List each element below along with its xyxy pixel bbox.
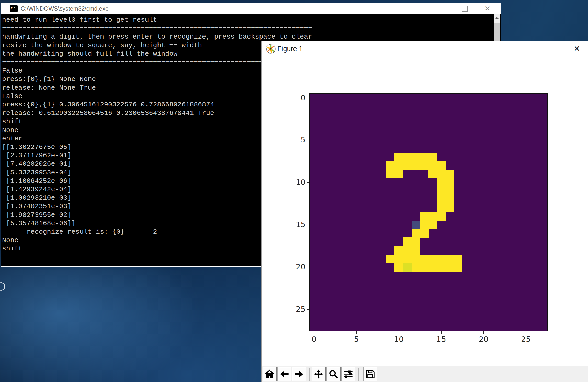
digit-stroke-cells (394, 246, 420, 255)
y-axis-tick-mark (307, 182, 309, 183)
figure-close-button[interactable]: ✕ (566, 41, 588, 56)
figure-minimize-button[interactable] (519, 41, 542, 56)
digit-stroke-cells (437, 178, 454, 187)
minimize-icon (527, 49, 534, 49)
digit-stroke-cells (437, 195, 454, 204)
digit-stroke-cells (437, 187, 454, 196)
sliders-icon (343, 369, 353, 379)
magnifier-icon (328, 369, 338, 379)
x-axis-tick-label: 15 (431, 335, 451, 344)
maximize-icon (462, 6, 468, 12)
toolbar-home-button[interactable] (263, 367, 277, 381)
toolbar-zoom-button[interactable] (326, 367, 341, 381)
x-axis-tick-mark (399, 331, 399, 334)
figure-titlebar[interactable]: Figure 1 ✕ (262, 41, 588, 56)
digit-mid-blue-cell (412, 221, 420, 229)
digit-stroke-cells (386, 170, 403, 178)
x-axis-tick-label: 10 (389, 335, 409, 344)
close-icon: ✕ (484, 4, 490, 13)
save-floppy-icon (365, 369, 375, 379)
y-axis-tick-label: 5 (288, 135, 306, 144)
digit-stroke-cells (437, 204, 454, 212)
close-icon: ✕ (574, 44, 580, 53)
x-axis-tick-label: 25 (516, 335, 536, 344)
digit-stroke-cells (420, 212, 446, 221)
minimize-icon (438, 9, 445, 9)
toolbar-separator (309, 368, 310, 381)
x-axis-tick-label: 20 (473, 335, 494, 344)
home-icon (264, 369, 275, 379)
cmd-titlebar[interactable]: C:\. C:\WINDOWS\system32\cmd.exe ✕ (1, 3, 501, 14)
pan-move-icon (313, 369, 324, 379)
x-axis-tick-label: 5 (346, 335, 367, 344)
cmd-close-button[interactable]: ✕ (477, 3, 500, 14)
x-axis-tick-mark (314, 331, 314, 334)
digit-stroke-cells (420, 221, 437, 229)
digit-stroke-cells (386, 255, 462, 263)
y-axis-tick-mark (307, 98, 309, 98)
desktop: { "cmd_window": { "title": "C:\\WINDOWS\… (0, 0, 588, 382)
digit-stroke-cells (394, 153, 437, 162)
x-axis-tick-mark (526, 331, 526, 334)
y-axis-tick-label: 15 (288, 220, 306, 229)
y-axis-tick-mark (307, 309, 309, 310)
y-axis-tick-label: 10 (288, 178, 306, 187)
y-axis-tick-label: 0 (288, 93, 306, 102)
cmd-minimize-button[interactable] (430, 3, 453, 14)
x-axis-tick-mark (356, 331, 357, 334)
digit-heatmap-plot (309, 93, 548, 331)
cmd-window-title: C:\WINDOWS\system32\cmd.exe (21, 5, 109, 12)
x-axis-tick-mark (441, 331, 442, 334)
scrollbar-thumb[interactable] (494, 23, 500, 41)
y-axis-tick-mark (307, 140, 309, 140)
x-axis-tick-label: 0 (304, 335, 324, 344)
toolbar-pan-button[interactable] (312, 367, 326, 381)
toolbar-forward-button[interactable] (292, 367, 306, 381)
toolbar-back-button[interactable] (277, 367, 291, 381)
cmd-icon: C:\. (10, 5, 18, 12)
digit-stroke-cells (412, 229, 429, 238)
y-axis-tick-mark (307, 267, 309, 267)
x-axis-tick-mark (483, 331, 484, 334)
digit-stroke-cells (403, 237, 420, 246)
toolbar-subplots-button[interactable] (341, 367, 355, 381)
arrow-left-icon (279, 369, 289, 379)
figure-window: Figure 1 ✕ 05101520250510152025 (261, 41, 588, 382)
digit-green-cell (403, 263, 412, 272)
figure-canvas: 05101520250510152025 (262, 56, 588, 366)
y-axis-tick-label: 25 (288, 305, 306, 314)
figure-maximize-button[interactable] (542, 41, 565, 56)
digit-stroke-cells (428, 170, 454, 178)
scrollbar-up-arrow-icon[interactable] (494, 14, 500, 21)
toolbar-save-button[interactable] (363, 367, 377, 381)
toolbar-separator (358, 368, 359, 381)
y-axis-tick-mark (307, 225, 309, 225)
digit-stroke-cells (386, 161, 446, 170)
maximize-icon (551, 46, 557, 52)
y-axis-tick-label: 20 (288, 262, 306, 271)
touch-cursor-ring (0, 282, 5, 291)
matplotlib-toolbar (262, 366, 588, 382)
cmd-maximize-button[interactable] (453, 3, 476, 14)
arrow-right-icon (294, 369, 304, 379)
matplotlib-logo-icon (266, 44, 276, 54)
figure-window-title: Figure 1 (277, 45, 303, 53)
